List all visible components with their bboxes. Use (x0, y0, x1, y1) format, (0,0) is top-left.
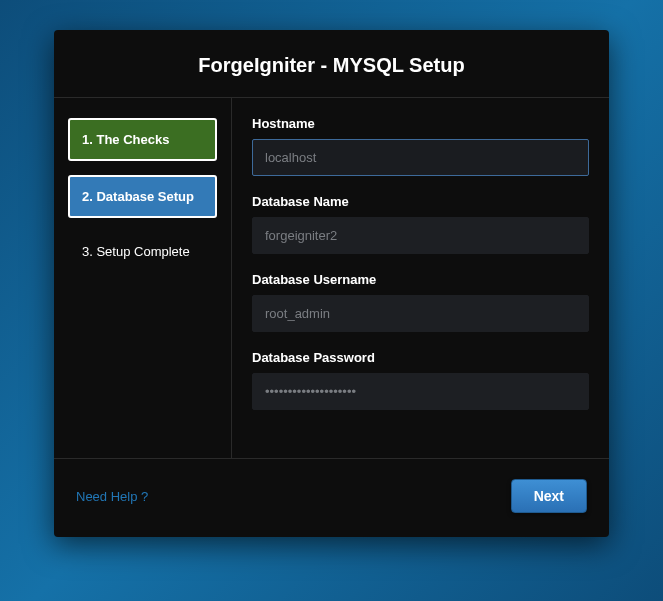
step-setup-complete[interactable]: 3. Setup Complete (68, 232, 217, 271)
step-database-setup[interactable]: 2. Database Setup (68, 175, 217, 218)
dbpass-label: Database Password (252, 350, 589, 365)
dbuser-input[interactable] (252, 295, 589, 332)
form-content: Hostname Database Name Database Username… (232, 98, 609, 458)
setup-panel: ForgeIgniter - MYSQL Setup 1. The Checks… (54, 30, 609, 537)
step-label: 2. Database Setup (82, 189, 194, 204)
step-checks[interactable]: 1. The Checks (68, 118, 217, 161)
hostname-group: Hostname (252, 116, 589, 176)
hostname-label: Hostname (252, 116, 589, 131)
panel-footer: Need Help ? Next (54, 459, 609, 537)
help-link[interactable]: Need Help ? (76, 489, 148, 504)
page-title: ForgeIgniter - MYSQL Setup (54, 54, 609, 77)
dbpass-group: Database Password (252, 350, 589, 410)
dbname-label: Database Name (252, 194, 589, 209)
dbpass-input[interactable] (252, 373, 589, 410)
steps-sidebar: 1. The Checks 2. Database Setup 3. Setup… (54, 98, 232, 458)
dbuser-label: Database Username (252, 272, 589, 287)
step-label: 3. Setup Complete (82, 244, 190, 259)
panel-body: 1. The Checks 2. Database Setup 3. Setup… (54, 97, 609, 459)
next-button[interactable]: Next (511, 479, 587, 513)
step-label: 1. The Checks (82, 132, 169, 147)
dbuser-group: Database Username (252, 272, 589, 332)
dbname-group: Database Name (252, 194, 589, 254)
hostname-input[interactable] (252, 139, 589, 176)
dbname-input[interactable] (252, 217, 589, 254)
panel-header: ForgeIgniter - MYSQL Setup (54, 30, 609, 97)
